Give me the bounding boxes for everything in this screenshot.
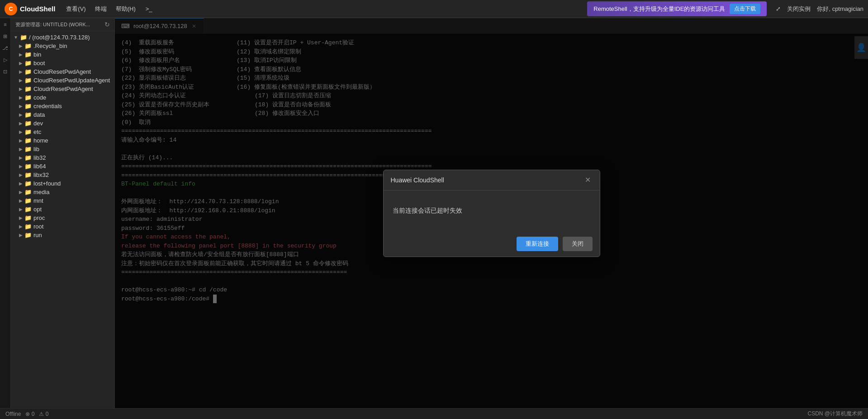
root-chevron-icon: ▼ [14,35,18,40]
folder-label: run [33,232,42,238]
folder-label: media [33,189,49,195]
folder-chevron-icon: ▶ [19,155,23,160]
sidebar-refresh-button[interactable]: ↻ [104,21,110,28]
sidebar-item-root[interactable]: ▶ 📁 root [11,222,114,231]
folder-icon: 📁 [24,180,32,187]
folder-label: CloudrResetPwdAgent [33,86,93,92]
status-right: CSDN @计算机魔术师 [807,410,863,418]
folder-icon: 📁 [24,120,32,127]
sidebar-item-bin[interactable]: ▶ 📁 bin [11,50,114,59]
folder-label: lib64 [33,163,46,170]
menu-terminal[interactable]: 终端 [91,3,110,15]
modal-message: 当前连接会话已超时失效 [393,207,462,215]
folder-label: CloudResetPwdAgent [33,68,91,75]
sidebar-item-run[interactable]: ▶ 📁 run [11,231,114,239]
folder-label: data [33,111,45,118]
warning-count: ⚠ 0 [39,411,48,417]
folder-icon: 📁 [24,206,32,213]
folder-icon: 📁 [24,171,32,178]
menu-view[interactable]: 查看(V) [62,3,89,15]
folder-label: credentials [33,103,62,110]
folder-label: code [33,94,46,101]
sidebar-item-cloudreset[interactable]: ▶ 📁 CloudResetPwdAgent [11,67,114,76]
sidebar-item-etc[interactable]: ▶ 📁 etc [11,128,114,136]
folder-icon: 📁 [24,68,32,75]
sidebar-item-opt[interactable]: ▶ 📁 opt [11,205,114,214]
folder-chevron-icon: ▶ [19,181,23,186]
folder-chevron-icon: ▶ [19,104,23,109]
folder-icon: 📁 [24,146,32,152]
folder-chevron-icon: ▶ [19,52,23,57]
sidebar-item-dev[interactable]: ▶ 📁 dev [11,119,114,128]
folder-label: opt [33,206,42,213]
folder-chevron-icon: ▶ [19,95,23,100]
fullscreen-button[interactable]: ⤢ [776,5,781,12]
sidebar-item-libx32[interactable]: ▶ 📁 libx32 [11,171,114,179]
folder-chevron-icon: ▶ [19,86,23,91]
modal-header: Huawei CloudShell ✕ [384,170,600,190]
folder-icon: 📁 [24,137,32,144]
sidebar-item-lostfound[interactable]: ▶ 📁 lost+found [11,179,114,188]
csdn-attribution: CSDN @计算机魔术师 [807,410,863,417]
app-name: CloudShell [20,5,55,13]
sidebar-item-mnt[interactable]: ▶ 📁 mnt [11,196,114,205]
banner-text: RemoteShell，支持升级为全量IDE的资源访问工具 [593,5,725,13]
modal-title: Huawei CloudShell [391,176,444,184]
sidebar-item-home[interactable]: ▶ 📁 home [11,136,114,145]
sidebar-item-recycle[interactable]: ▶ 📁 .Recycle_bin [11,42,114,50]
folder-chevron-icon: ▶ [19,121,23,126]
folder-chevron-icon: ▶ [19,61,23,66]
sidebar-item-proc[interactable]: ▶ 📁 proc [11,214,114,222]
sidebar-item-boot[interactable]: ▶ 📁 boot [11,59,114,67]
cmd-icon: >_ [146,5,152,12]
sidebar-item-cloudresetupdate[interactable]: ▶ 📁 CloudResetPwdUpdateAgent [11,76,114,85]
modal-footer: 重新连接 关闭 [384,231,600,257]
sidebar-header: 资源管理器: UNTITLED (WORK... ↻ [11,18,114,31]
folder-icon: 📁 [24,43,32,49]
topbar-banner: RemoteShell，支持升级为全量IDE的资源访问工具 点击下载 [587,1,767,16]
folder-chevron-icon: ▶ [19,43,23,48]
folder-label: .Recycle_bin [33,43,67,49]
folder-label: mnt [33,197,43,204]
error-count: ⊗ 0 [25,411,34,417]
folder-label: lib [33,146,39,152]
folder-chevron-icon: ▶ [19,112,23,117]
folder-icon: 📁 [24,129,32,135]
reconnect-button[interactable]: 重新连接 [517,237,558,251]
sidebar-item-credentials[interactable]: ▶ 📁 credentials [11,102,114,110]
modal-body: 当前连接会话已超时失效 [384,190,600,231]
sidebar-tree: ▼ 📁 / (root@124.70.73.128) ▶ 📁 .Recycle_… [11,31,114,408]
banner-download-button[interactable]: 点击下载 [730,4,760,14]
folder-icon: 📁 [24,214,32,221]
folder-chevron-icon: ▶ [19,78,23,83]
sidebar-item-data[interactable]: ▶ 📁 data [11,110,114,119]
sidebar-item-lib[interactable]: ▶ 📁 lib [11,145,114,153]
activity-extensions-icon[interactable]: ⊡ [1,67,10,76]
folder-chevron-icon: ▶ [19,224,23,229]
sidebar-item-lib32[interactable]: ▶ 📁 lib32 [11,153,114,162]
modal-close-icon[interactable]: ✕ [583,176,593,185]
folder-label: proc [33,214,45,221]
activity-search-icon[interactable]: ⊞ [1,32,10,41]
modal-close-button[interactable]: 关闭 [563,237,593,251]
sidebar-item-cloudrresetpwd[interactable]: ▶ 📁 CloudrResetPwdAgent [11,85,114,93]
sidebar-item-code[interactable]: ▶ 📁 code [11,93,114,102]
topbar-actions: ⤢ 关闭实例 你好, cptmagician [776,5,863,13]
activity-files-icon[interactable]: ≡ [1,20,10,29]
folder-chevron-icon: ▶ [19,164,23,169]
folder-chevron-icon: ▶ [19,215,23,220]
folder-label: home [33,137,48,144]
menu-help[interactable]: 帮助(H) [112,3,139,15]
folder-icon: 📁 [24,111,32,118]
sidebar-item-lib64[interactable]: ▶ 📁 lib64 [11,162,114,171]
sidebar-item-media[interactable]: ▶ 📁 media [11,188,114,196]
folder-icon: 📁 [24,51,32,58]
sidebar-title: 资源管理器: UNTITLED (WORK... [15,21,90,28]
activity-debug-icon[interactable]: ▷ [1,55,10,64]
folder-chevron-icon: ▶ [19,198,23,203]
sidebar-root-item[interactable]: ▼ 📁 / (root@124.70.73.128) [11,33,114,42]
activity-bar: ≡ ⊞ ⎇ ▷ ⊡ [0,18,11,408]
close-instance-button[interactable]: 关闭实例 [787,5,811,13]
user-greeting: 你好, cptmagician [817,5,863,13]
activity-git-icon[interactable]: ⎇ [1,43,10,52]
